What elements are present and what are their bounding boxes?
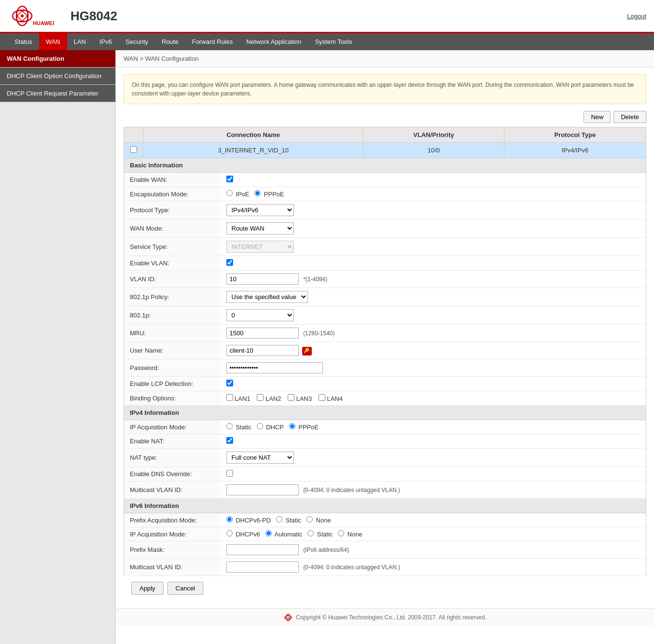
enable-nat-checkbox[interactable] (226, 437, 233, 444)
col-vlan-priority: VLAN/Priority (363, 127, 504, 143)
ipv4-multicast-vlan-input[interactable] (226, 484, 299, 495)
binding-lan1-label[interactable]: LAN1 (226, 395, 252, 402)
nat-type-select[interactable]: Full cone NAT Symmetric NAT (226, 452, 294, 464)
nav-route[interactable]: Route (155, 33, 185, 50)
ipv6-static-radio[interactable] (307, 530, 314, 536)
nat-type-row: NAT type: Full cone NAT Symmetric NAT (124, 449, 646, 467)
ipv6-none-radio[interactable] (338, 530, 344, 536)
enable-lcp-row: Enable LCP Detection: (124, 377, 646, 391)
logout-button[interactable]: Logout (627, 13, 646, 20)
ipv6-static-label[interactable]: Static (307, 531, 334, 538)
enable-dns-checkbox[interactable] (226, 470, 233, 477)
protocol-type-label: Protocol Type: (124, 201, 221, 219)
enable-dns-label: Enable DNS Override: (124, 467, 221, 481)
binding-options-cell: LAN1 LAN2 LAN3 LAN4 (221, 391, 646, 406)
ipv4-pppoe-radio[interactable] (289, 423, 295, 429)
protocol-type-select[interactable]: IPv4/IPv6 (226, 204, 294, 216)
connection-table: Connection Name VLAN/Priority Protocol T… (124, 127, 646, 158)
sidebar-item-dhcp-option[interactable]: DHCP Client Option Configuration (0, 68, 115, 85)
basic-info-table: Enable WAN: Encapsulation Mode: IPoE PP (124, 173, 646, 406)
ipv4-static-label[interactable]: Static (226, 424, 253, 431)
enable-vlan-checkbox[interactable] (226, 259, 233, 266)
ipv6-auto-label[interactable]: Automatic (265, 531, 304, 538)
prefix-mask-label: Prefix Mask: (124, 541, 221, 559)
enable-wan-row: Enable WAN: (124, 173, 646, 187)
encap-pppoe-radio[interactable] (254, 190, 261, 196)
service-type-select[interactable]: INTERNET (226, 241, 294, 253)
encapsulation-label: Encapsulation Mode: (124, 187, 221, 201)
prefix-acq-row: Prefix Acquisition Mode: DHCPv6-PD Stati… (124, 513, 646, 527)
prefix-dhcpv6pd-label[interactable]: DHCPv6-PD (226, 517, 273, 524)
new-button[interactable]: New (584, 111, 611, 123)
ipv4-dhcp-label[interactable]: DHCP (257, 424, 286, 431)
nat-type-label: NAT type: (124, 449, 221, 467)
password-input[interactable] (226, 362, 323, 373)
info-box: On this page, you can configure WAN port… (124, 74, 646, 104)
footer-logo-icon (283, 614, 293, 621)
nav-security[interactable]: Security (119, 33, 155, 50)
apply-button[interactable]: Apply (131, 582, 164, 595)
prefix-dhcpv6pd-radio[interactable] (226, 516, 233, 522)
col-connection-name: Connection Name (143, 127, 363, 143)
ipv6-none-label[interactable]: None (338, 531, 362, 538)
ipv6-multicast-vlan-input[interactable] (226, 562, 299, 573)
prefix-static-radio[interactable] (276, 516, 282, 522)
nav-bar: Status WAN LAN IPv6 Security Route Forwa… (0, 33, 654, 50)
binding-lan2-label[interactable]: LAN2 (257, 395, 283, 402)
binding-lan2-checkbox[interactable] (257, 394, 264, 401)
dot1p-row: 802.1p: 0 1 2 (124, 306, 646, 325)
ipv4-static-radio[interactable] (226, 423, 233, 429)
nav-forward-rules[interactable]: Forward Rules (185, 33, 240, 50)
binding-lan4-checkbox[interactable] (319, 394, 325, 401)
binding-lan3-label[interactable]: LAN3 (288, 395, 314, 402)
sidebar-item-wan-config[interactable]: WAN Configuration (0, 50, 115, 68)
binding-lan1-checkbox[interactable] (226, 394, 233, 401)
binding-lan3-text: LAN3 (296, 395, 312, 402)
row-checkbox[interactable] (130, 146, 137, 153)
ipv6-multicast-vlan-hint: (0-4094; 0 indicates untagged VLAN.) (303, 564, 400, 571)
vlan-id-row: VLAN ID: *(1-4094) (124, 271, 646, 288)
vlan-id-input[interactable] (226, 274, 299, 285)
encap-ipoe-label[interactable]: IPoE (226, 191, 251, 198)
footer: Copyright © Huawei Technologies Co., Ltd… (116, 608, 654, 626)
row-checkbox-cell[interactable] (124, 143, 143, 158)
encap-ipoe-radio[interactable] (226, 190, 233, 196)
enable-lcp-label: Enable LCP Detection: (124, 377, 221, 391)
ipv4-pppoe-label[interactable]: PPPoE (289, 424, 319, 431)
wan-mode-select[interactable]: Route WAN Bridge WAN (226, 222, 294, 234)
enable-lcp-checkbox[interactable] (226, 380, 233, 386)
prefix-none-radio[interactable] (306, 516, 313, 522)
ipv6-dhcpv6-radio[interactable] (226, 530, 233, 536)
ipv4-dhcp-radio[interactable] (257, 423, 263, 429)
encap-pppoe-label[interactable]: PPPoE (254, 191, 284, 198)
delete-button[interactable]: Delete (613, 111, 646, 123)
encapsulation-row: Encapsulation Mode: IPoE PPPoE (124, 187, 646, 201)
nav-ipv6[interactable]: IPv6 (93, 33, 119, 50)
prefix-dhcpv6pd-text: DHCPv6-PD (236, 517, 271, 524)
dot1p-select[interactable]: 0 1 2 (226, 309, 294, 321)
nav-wan[interactable]: WAN (39, 33, 67, 50)
policy-8021p-select[interactable]: Use the specified value Use the inner pr… (226, 291, 308, 303)
mru-input[interactable] (226, 328, 299, 339)
ipv4-pppoe-text: PPPoE (298, 424, 319, 431)
sidebar-item-dhcp-param[interactable]: DHCP Client Request Parameter (0, 85, 115, 102)
prefix-mask-input[interactable] (226, 544, 299, 555)
username-input[interactable] (226, 345, 299, 356)
nav-status[interactable]: Status (8, 33, 39, 50)
prefix-static-label[interactable]: Static (276, 517, 303, 524)
row-connection-name: 3_INTERNET_R_VID_10 (143, 143, 363, 158)
ipv6-auto-radio[interactable] (265, 530, 272, 536)
mru-label: MRU: (124, 325, 221, 342)
prefix-none-label[interactable]: None (306, 517, 331, 524)
ipv6-dhcpv6-label[interactable]: DHCPv6 (226, 531, 262, 538)
nav-lan[interactable]: LAN (67, 33, 93, 50)
row-vlan-priority: 10/0 (363, 143, 504, 158)
binding-lan4-label[interactable]: LAN4 (319, 395, 343, 402)
cancel-button[interactable]: Cancel (167, 582, 203, 595)
nav-network-app[interactable]: Network Application (239, 33, 308, 50)
table-row[interactable]: 3_INTERNET_R_VID_10 10/0 IPv4/IPv6 (124, 143, 646, 158)
enable-wan-checkbox[interactable] (226, 176, 233, 182)
table-area: New Delete Connection Name VLAN/Priority… (116, 111, 654, 608)
nav-system-tools[interactable]: System Tools (308, 33, 359, 50)
binding-lan3-checkbox[interactable] (288, 394, 294, 401)
